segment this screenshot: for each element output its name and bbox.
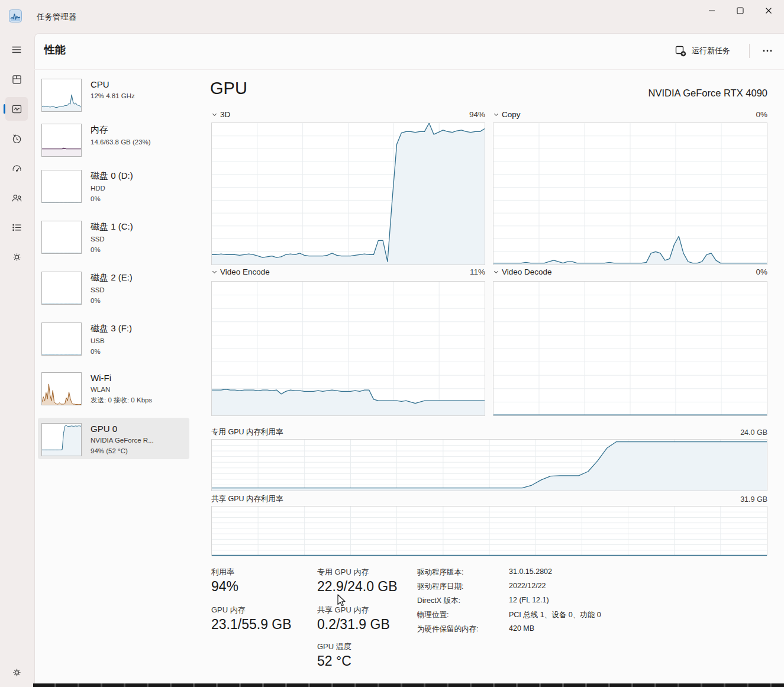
info-label-driver-version: 驱动程序版本: — [417, 567, 463, 578]
sidebar-item-app-history[interactable] — [5, 127, 28, 150]
memory-mini-chart — [41, 124, 82, 157]
perf-list-item-cpu[interactable]: CPU 12% 4.81 GHz — [38, 76, 189, 115]
perf-item-sub: 0% — [91, 297, 133, 305]
perf-item-sub: USB — [91, 337, 132, 345]
chart-header-video-encode: Video Encode 11% — [211, 267, 485, 276]
settings-icon[interactable] — [5, 660, 28, 684]
chevron-down-icon — [211, 269, 218, 275]
info-value-physical-location: PCI 总线 1、设备 0、功能 0 — [509, 610, 601, 620]
disk0-mini-chart — [41, 170, 82, 203]
stat-label-dedicated: 专用 GPU 内存 — [317, 567, 369, 578]
chart-video-encode — [211, 281, 485, 416]
app-icon — [9, 9, 22, 22]
chart-label: 专用 GPU 内存利用率 — [211, 427, 283, 437]
perf-item-sub: 0% — [91, 195, 133, 203]
chart-max-value: 31.9 GB — [740, 495, 767, 504]
hamburger-icon[interactable] — [5, 38, 28, 62]
chart-header-video-decode: Video Decode 0% — [493, 267, 767, 276]
sidebar-item-startup-apps[interactable] — [5, 156, 28, 180]
sidebar-item-performance[interactable] — [5, 97, 28, 121]
gpu-mini-chart — [41, 423, 82, 456]
mouse-cursor-icon — [335, 594, 348, 608]
perf-list-item-wifi[interactable]: Wi-Fi WLAN 发送: 0 接收: 0 Kbps — [38, 369, 189, 408]
perf-item-sub: NVIDIA GeForce R... — [91, 437, 154, 444]
chevron-down-icon — [493, 269, 499, 275]
info-value-directx: 12 (FL 12.1) — [509, 596, 549, 604]
stat-value-dedicated: 22.9/24.0 GB — [317, 579, 398, 595]
perf-item-title: GPU 0 — [91, 424, 154, 434]
stat-label-temperature: GPU 温度 — [317, 641, 351, 652]
minimize-icon[interactable] — [698, 0, 726, 21]
chart-collapse-toggle[interactable]: Video Encode — [211, 267, 270, 276]
perf-list-item-disk0[interactable]: 磁盘 0 (D:) HDD 0% — [38, 167, 189, 206]
chart-copy — [493, 122, 767, 265]
chevron-down-icon — [493, 111, 499, 118]
chart-label: Copy — [502, 110, 521, 119]
cpu-mini-chart — [41, 79, 82, 112]
disk3-mini-chart — [41, 322, 82, 356]
perf-list-item-memory[interactable]: 内存 14.6/63.8 GB (23%) — [38, 121, 189, 160]
close-icon[interactable] — [754, 0, 783, 21]
perf-list-item-disk3[interactable]: 磁盘 3 (F:) USB 0% — [38, 320, 189, 359]
stat-value-gpu-memory: 23.1/55.9 GB — [211, 617, 292, 633]
sidebar-item-services[interactable] — [5, 245, 28, 269]
maximize-icon[interactable] — [726, 0, 754, 21]
chart-shared-memory — [211, 506, 767, 556]
run-new-task-button[interactable]: 运行新任务 — [669, 41, 736, 60]
perf-item-sub: 12% 4.81 GHz — [91, 92, 135, 100]
page-title: 性能 — [44, 43, 66, 57]
run-new-task-label: 运行新任务 — [692, 46, 730, 56]
wifi-mini-chart — [41, 372, 82, 405]
perf-item-title: 磁盘 3 (F:) — [91, 323, 132, 334]
header-separator — [34, 69, 784, 70]
sidebar-item-details[interactable] — [5, 215, 28, 239]
chart-collapse-toggle[interactable]: Copy — [493, 110, 521, 119]
taskbar-sliver — [33, 683, 784, 687]
perf-item-sub: SSD — [91, 236, 133, 243]
perf-item-sub: 14.6/63.8 GB (23%) — [91, 138, 151, 146]
perf-item-sub: 0% — [91, 348, 132, 356]
perf-item-title: CPU — [91, 79, 135, 89]
info-value-driver-version: 31.0.15.2802 — [509, 567, 552, 576]
disk1-mini-chart — [41, 221, 82, 254]
perf-item-title: 磁盘 2 (E:) — [91, 272, 133, 283]
sidebar-item-users[interactable] — [5, 186, 28, 209]
more-options-icon[interactable] — [756, 41, 779, 60]
chevron-down-icon — [211, 111, 218, 118]
chart-value: 0% — [756, 110, 767, 119]
perf-list-item-disk1[interactable]: 磁盘 1 (C:) SSD 0% — [38, 218, 189, 257]
perf-item-sub: WLAN — [91, 386, 152, 394]
perf-item-title: Wi-Fi — [91, 373, 152, 383]
info-label-directx: DirectX 版本: — [417, 596, 460, 606]
info-value-reserved-memory: 420 MB — [509, 624, 534, 633]
perf-item-sub: 发送: 0 接收: 0 Kbps — [91, 396, 152, 404]
task-manager-window: 任务管理器 — [0, 0, 784, 687]
stat-value-shared: 0.2/31.9 GB — [317, 617, 390, 633]
gpu-section-title: GPU — [210, 79, 247, 98]
window-title: 任务管理器 — [37, 12, 77, 22]
info-label-physical-location: 物理位置: — [417, 610, 449, 620]
perf-list-item-gpu0[interactable]: GPU 0 NVIDIA GeForce R... 94% (52 °C) — [38, 418, 189, 459]
chart-header-copy: Copy 0% — [493, 110, 767, 119]
gpu-device-name: NVIDIA GeForce RTX 4090 — [472, 88, 767, 99]
sidebar-item-processes[interactable] — [5, 67, 28, 91]
stat-label-utilization: 利用率 — [211, 567, 234, 578]
header-divider — [749, 44, 750, 58]
perf-item-sub: 0% — [91, 246, 133, 254]
window-controls — [698, 0, 783, 21]
perf-item-sub: 94% (52 °C) — [91, 447, 154, 455]
info-label-reserved-memory: 为硬件保留的内存: — [417, 624, 478, 634]
chart-header-shared-memory: 共享 GPU 内存利用率 31.9 GB — [211, 494, 767, 504]
chart-collapse-toggle[interactable]: 3D — [211, 110, 230, 119]
chart-collapse-toggle[interactable]: Video Decode — [493, 267, 552, 276]
perf-item-sub: SSD — [91, 286, 133, 294]
info-label-driver-date: 驱动程序日期: — [417, 582, 463, 592]
perf-item-title: 磁盘 0 (D:) — [91, 170, 133, 182]
chart-value: 11% — [470, 267, 485, 276]
chart-label: 共享 GPU 内存利用率 — [211, 494, 283, 504]
chart-video-decode — [493, 281, 767, 416]
chart-value: 94% — [469, 110, 485, 119]
perf-list-item-disk2[interactable]: 磁盘 2 (E:) SSD 0% — [38, 269, 189, 308]
chart-dedicated-memory — [211, 439, 767, 491]
info-value-driver-date: 2022/12/22 — [509, 582, 546, 590]
